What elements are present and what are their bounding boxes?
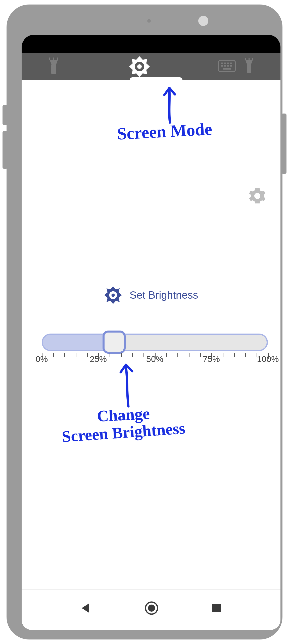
svg-rect-13	[224, 65, 226, 67]
svg-rect-4	[57, 58, 58, 60]
brightness-label-row: Set Brightness	[22, 286, 280, 304]
screen: Set Brightness 0%25%50%75%100% Screen Mo…	[22, 35, 280, 630]
svg-rect-20	[249, 58, 250, 60]
annotation-text-line1: Change	[97, 405, 150, 425]
brightness-icon[interactable]	[129, 56, 150, 77]
annotation-text-line2: Screen Brightness	[61, 420, 186, 445]
slider-track[interactable]	[42, 334, 268, 351]
svg-rect-12	[221, 65, 223, 67]
keyboard-icon[interactable]	[218, 60, 236, 73]
svg-marker-18	[245, 60, 253, 64]
divider	[22, 589, 280, 590]
phone-frame: Set Brightness 0%25%50%75%100% Screen Mo…	[7, 5, 282, 639]
nav-home-icon[interactable]	[144, 601, 159, 616]
svg-rect-2	[49, 58, 50, 60]
svg-rect-16	[223, 68, 231, 70]
brightness-label: Set Brightness	[129, 289, 198, 301]
annotation-text: Screen Mode	[117, 120, 213, 143]
svg-rect-21	[252, 58, 253, 60]
svg-marker-1	[50, 60, 58, 64]
svg-point-26	[148, 605, 155, 612]
nav-recent-icon[interactable]	[211, 603, 222, 614]
svg-rect-9	[224, 63, 226, 64]
svg-rect-3	[53, 58, 54, 60]
flashlight-icon[interactable]	[47, 58, 61, 76]
nav-back-icon[interactable]	[80, 602, 92, 615]
gear-icon[interactable]	[249, 188, 265, 205]
svg-rect-11	[230, 63, 232, 64]
slider-tick-label: 100%	[257, 354, 279, 364]
svg-rect-0	[51, 64, 56, 74]
svg-rect-17	[247, 64, 251, 73]
active-tab-indicator	[130, 77, 182, 80]
flashlight-icon[interactable]	[243, 58, 255, 75]
slider-tick-label: 0%	[35, 354, 48, 364]
speaker-dot	[147, 19, 151, 23]
slider-tick-label: 75%	[203, 354, 220, 364]
front-camera	[198, 15, 209, 27]
svg-rect-15	[230, 65, 232, 67]
slider-tick-label: 25%	[90, 354, 107, 364]
svg-rect-10	[227, 63, 229, 64]
svg-rect-14	[227, 65, 229, 67]
brightness-slider[interactable]: 0%25%50%75%100%	[42, 334, 268, 368]
system-nav-bar	[22, 595, 280, 622]
svg-rect-19	[245, 58, 246, 60]
slider-tick-label: 50%	[146, 354, 163, 364]
slider-ticks: 0%25%50%75%100%	[42, 353, 268, 368]
mode-toolbar	[22, 53, 280, 80]
svg-marker-22	[104, 286, 122, 304]
svg-marker-24	[82, 603, 89, 613]
svg-marker-5	[129, 56, 150, 77]
slider-thumb[interactable]	[103, 331, 126, 354]
svg-rect-8	[221, 63, 223, 64]
brightness-icon	[104, 286, 122, 304]
status-bar	[22, 35, 280, 53]
svg-rect-27	[212, 604, 221, 612]
